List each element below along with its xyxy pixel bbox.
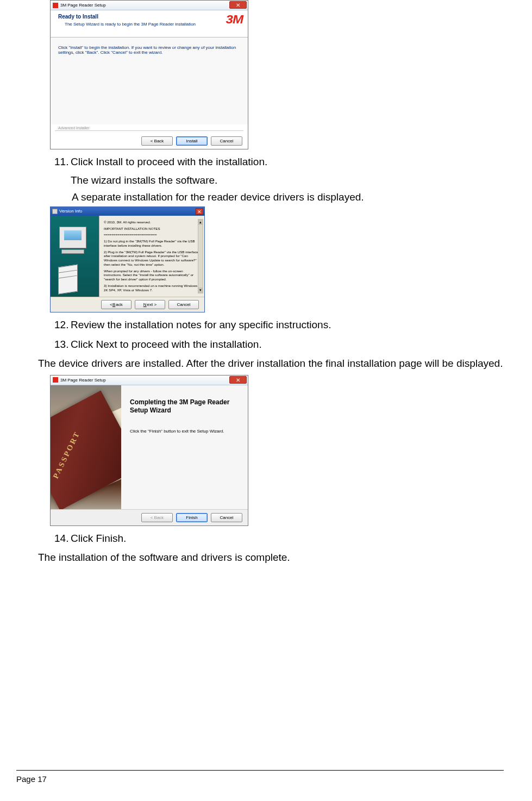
wizard-side-graphic (51, 216, 99, 297)
screenshot-ready-install: 3M Page Reader Setup ✕ Ready to Install … (50, 0, 248, 149)
app-icon (53, 377, 58, 383)
note-2: 2) Plug in the "3M(TM) Full Page Reader"… (104, 250, 200, 267)
wizard-main: © 2010, 3M. All rights reserved. IMPORTA… (51, 216, 204, 297)
screenshot-version-info: Version Info ✕ © 2010, 3M. All rights re… (50, 206, 205, 312)
app-icon (52, 209, 58, 214)
window-titlebar: Version Info ✕ (51, 207, 204, 216)
step-12: 12. Review the installation notes for an… (54, 318, 504, 332)
step-11-note-2: A separate installation for the reader d… (72, 190, 504, 204)
step-11: 11. Click Install to proceed with the in… (54, 155, 504, 169)
paragraph-after-13: The device drivers are installed. After … (38, 356, 504, 371)
step-number: 11. (54, 155, 71, 169)
finish-button[interactable]: Finish (176, 513, 208, 522)
divider (55, 130, 243, 131)
wizard-body-text: Click "Install" to begin the installatio… (58, 45, 240, 55)
step-11-note-1: The wizard installs the software. (71, 173, 504, 187)
scroll-down-icon[interactable]: ▾ (198, 287, 203, 293)
advanced-installer-label: Advanced Installer (57, 126, 91, 130)
step-text: Click Finish. (71, 531, 126, 546)
scroll-up-icon[interactable]: ▴ (198, 220, 203, 225)
wizard-body: Click "Install" to begin the installatio… (51, 37, 248, 124)
note-4: 3) Installation is recommended on a mach… (104, 284, 200, 292)
wizard-step-subtitle: The Setup Wizard is ready to begin the 3… (65, 22, 242, 27)
step-number: 12. (54, 318, 71, 332)
back-button-disabled: < Back (141, 513, 173, 522)
wizard-step-title: Ready to Install (58, 14, 242, 20)
disc-stack-icon (58, 266, 78, 282)
screenshot-completing-wizard: 3M Page Reader Setup ✕ PASSPORT Completi… (50, 375, 248, 526)
wizard-button-row: < Back Next > Cancel (51, 297, 204, 312)
passport-photo: PASSPORT (51, 385, 121, 509)
wizard-button-row: < Back Install Cancel (141, 136, 242, 146)
scrollbar[interactable]: ▴ ▾ (198, 219, 203, 293)
paragraph-final: The installation of the software and dri… (38, 550, 504, 565)
computer-icon (59, 227, 86, 248)
notes-heading: IMPORTANT INSTALLATION NOTES (104, 227, 200, 231)
wizard-body: PASSPORT Completing the 3M Page Reader S… (51, 385, 248, 509)
cancel-button[interactable]: Cancel (211, 136, 242, 146)
step-text: Review the installation notes for any sp… (71, 318, 331, 332)
document-page: 3M Page Reader Setup ✕ Ready to Install … (0, 0, 532, 801)
copyright-text: © 2010, 3M. All rights reserved. (104, 220, 200, 224)
cancel-button[interactable]: Cancel (211, 513, 242, 522)
installation-notes: © 2010, 3M. All rights reserved. IMPORTA… (99, 216, 204, 297)
close-icon[interactable]: ✕ (229, 376, 247, 384)
wizard-button-row: < Back Finish Cancel (51, 509, 248, 525)
note-1: 1) Do not plug in the "3M(TM) Full Page … (104, 239, 200, 248)
computer-base-icon (61, 249, 84, 254)
note-3: When prompted for any drivers - follow t… (104, 269, 200, 281)
wizard-complete-title: Completing the 3M Page Reader Setup Wiza… (130, 398, 240, 415)
back-button[interactable]: < Back (101, 300, 132, 309)
notes-rule: =========================== (104, 233, 200, 237)
window-titlebar: 3M Page Reader Setup ✕ (51, 376, 248, 385)
step-number: 13. (54, 337, 71, 352)
close-icon[interactable]: ✕ (229, 1, 247, 9)
window-title: 3M Page Reader Setup (60, 3, 106, 8)
step-text: Click Install to proceed with the instal… (71, 155, 267, 169)
page-number: Page 17 (16, 774, 47, 784)
step-number: 14. (54, 531, 71, 546)
wizard-right-pane: Completing the 3M Page Reader Setup Wiza… (121, 385, 248, 509)
advanced-installer-group: Advanced Installer (55, 128, 243, 133)
window-title: Version Info (59, 209, 82, 214)
window-titlebar: 3M Page Reader Setup ✕ (51, 1, 248, 10)
brand-3m-logo: 3M (226, 12, 243, 27)
window-title: 3M Page Reader Setup (60, 378, 106, 383)
step-14: 14. Click Finish. (54, 531, 504, 546)
passport-cover-graphic (51, 390, 121, 509)
install-button[interactable]: Install (176, 136, 208, 146)
wizard-complete-sub: Click the "Finish" button to exit the Se… (130, 429, 240, 434)
next-button[interactable]: Next > (135, 300, 165, 309)
back-button[interactable]: < Back (141, 136, 173, 146)
cancel-button[interactable]: Cancel (168, 300, 199, 309)
wizard-header: Ready to Install The Setup Wizard is rea… (51, 10, 248, 37)
app-icon (53, 3, 58, 8)
close-icon[interactable]: ✕ (196, 208, 203, 215)
step-13: 13. Click Next to proceed with the insta… (54, 337, 504, 352)
footer-rule (16, 770, 504, 771)
step-text: Click Next to proceed with the installat… (71, 337, 262, 352)
